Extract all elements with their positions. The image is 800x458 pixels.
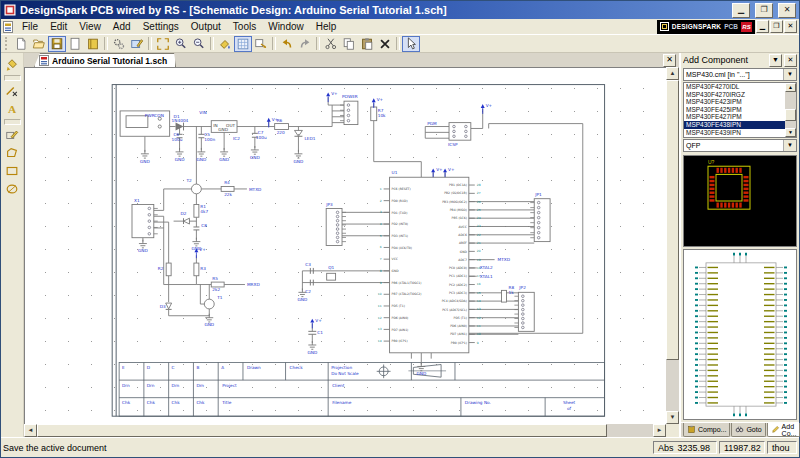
close-button[interactable]: ✕ bbox=[778, 3, 796, 18]
menu-edit[interactable]: Edit bbox=[44, 20, 73, 33]
menu-tools[interactable]: Tools bbox=[227, 20, 262, 33]
cut-button[interactable] bbox=[322, 36, 340, 52]
document-tab[interactable]: Arduino Serial Tutorial 1.sch bbox=[34, 53, 176, 67]
pin-name: PC5 (ADC5/SCL) bbox=[442, 308, 467, 312]
select-icon bbox=[404, 37, 418, 51]
pin-number: 13 bbox=[378, 327, 382, 331]
grid-button[interactable] bbox=[234, 36, 252, 52]
redo-button[interactable] bbox=[296, 36, 314, 52]
scroll-right-button[interactable]: ► bbox=[653, 424, 666, 437]
list-scroll-thumb[interactable] bbox=[785, 109, 796, 121]
new-button[interactable] bbox=[12, 36, 30, 52]
mdi-minimize-button[interactable]: ▁ bbox=[756, 20, 769, 33]
package-combo[interactable]: QFP ▼ bbox=[683, 139, 797, 152]
add-text-button[interactable]: A bbox=[3, 100, 22, 118]
doc-icon bbox=[68, 37, 82, 51]
paste-button[interactable] bbox=[358, 36, 376, 52]
horizontal-scroll-thumb[interactable] bbox=[37, 424, 607, 437]
zoom-out-button[interactable] bbox=[190, 36, 208, 52]
schematic-label: Drawing No. bbox=[465, 401, 491, 406]
add-rectangle-button[interactable] bbox=[3, 162, 22, 180]
schematic-canvas[interactable]: PWRCOND11N4004VINC6100uC5100nIC2INOUTGND… bbox=[24, 67, 666, 424]
vertical-scrollbar[interactable]: ▲ ▼ bbox=[666, 67, 679, 424]
pin-name: PD7 (AIN1) bbox=[392, 328, 409, 332]
library-combo-dropdown-icon[interactable]: ▼ bbox=[783, 69, 796, 80]
restore-button[interactable]: ❐ bbox=[755, 3, 773, 18]
select-mode-button[interactable] bbox=[402, 36, 420, 52]
schematic-label: A bbox=[221, 365, 224, 370]
zoom-in-button[interactable] bbox=[172, 36, 190, 52]
view-all-button[interactable] bbox=[154, 36, 172, 52]
pin-number: 4 bbox=[380, 222, 382, 226]
panel-header: Add Component ▼ ✕ bbox=[681, 53, 799, 67]
settings-button[interactable] bbox=[110, 36, 128, 52]
ellipse-icon bbox=[5, 182, 19, 196]
panel-tab-addco[interactable]: Add Co... bbox=[767, 423, 800, 437]
delete-segment-button[interactable] bbox=[3, 82, 22, 100]
panel-close-button[interactable]: ✕ bbox=[784, 54, 797, 67]
open-button[interactable] bbox=[30, 36, 48, 52]
horizontal-scrollbar[interactable]: ◄ ► bbox=[24, 424, 666, 437]
component-list-item[interactable]: MSP430FE425IPM bbox=[684, 106, 785, 114]
list-scroll-down-button[interactable]: ▼ bbox=[785, 128, 796, 137]
libraries-button[interactable] bbox=[84, 36, 102, 52]
component-list-item[interactable]: MSP430FE427IPM bbox=[684, 113, 785, 121]
close-document-button[interactable]: ✕ bbox=[663, 54, 676, 67]
library-combo[interactable]: MSP430.cml [in "..."] ▼ bbox=[683, 68, 797, 81]
copy-button[interactable] bbox=[340, 36, 358, 52]
menu-output[interactable]: Output bbox=[185, 20, 227, 33]
menu-view[interactable]: View bbox=[73, 20, 107, 33]
component-list-item[interactable]: MSP430FE439IPN bbox=[684, 129, 785, 137]
new-design-button[interactable] bbox=[66, 36, 84, 52]
component-list-scrollbar[interactable]: ▲ ▼ bbox=[785, 83, 796, 137]
component-list-item[interactable]: MSP430FE423IPM bbox=[684, 98, 785, 106]
menu-window[interactable]: Window bbox=[262, 20, 310, 33]
panel-menu-button[interactable]: ▼ bbox=[769, 54, 782, 67]
pin-name: PC4 (ADC4/SDA) bbox=[442, 299, 467, 303]
package-combo-dropdown-icon[interactable]: ▼ bbox=[783, 140, 796, 151]
list-scroll-up-button[interactable]: ▲ bbox=[785, 83, 796, 92]
scroll-left-button[interactable]: ◄ bbox=[24, 424, 37, 437]
undo-button[interactable] bbox=[278, 36, 296, 52]
add-ellipse-button[interactable] bbox=[3, 180, 22, 198]
schematic-label: C1 bbox=[317, 330, 323, 335]
edit-component-button[interactable] bbox=[128, 36, 146, 52]
paint-net-button[interactable] bbox=[3, 56, 22, 74]
schematic-label: Project bbox=[222, 383, 237, 388]
schematic-label: 100n bbox=[204, 137, 215, 142]
menu-settings[interactable]: Settings bbox=[137, 20, 185, 33]
schematic-label: U1 bbox=[392, 170, 398, 175]
schematic-label: Drn bbox=[122, 383, 130, 388]
jp2-header bbox=[514, 292, 534, 331]
menu-add[interactable]: Add bbox=[107, 20, 137, 33]
draw-shape-button[interactable] bbox=[3, 126, 22, 144]
component-list-item[interactable]: MSP430F4270IRGZ bbox=[684, 91, 785, 99]
save-button[interactable] bbox=[48, 36, 66, 52]
schematic-label: Projection bbox=[331, 365, 352, 370]
delete-button[interactable] bbox=[376, 36, 394, 52]
component-list-item[interactable]: MSP430F4270IDL bbox=[684, 83, 785, 91]
component-list-item[interactable]: MSP430FE438IPN bbox=[684, 121, 785, 129]
panel-tab-compo[interactable]: Compo... bbox=[683, 423, 730, 437]
document-icon[interactable] bbox=[3, 21, 14, 33]
coordinate-mode-cell: Abs 3235.98 bbox=[653, 441, 717, 454]
add-polygon-button[interactable] bbox=[3, 144, 22, 162]
toolbar-handle[interactable] bbox=[5, 37, 10, 50]
schematic-doc-icon bbox=[39, 55, 49, 66]
menu-file[interactable]: File bbox=[16, 20, 44, 33]
text-icon: A bbox=[5, 102, 19, 116]
translate-to-pcb-button[interactable] bbox=[252, 36, 270, 52]
menu-help[interactable]: Help bbox=[310, 20, 343, 33]
scroll-down-button[interactable]: ▼ bbox=[666, 411, 679, 424]
vplus-label: V+ bbox=[448, 167, 455, 172]
component-list[interactable]: MSP430F4270IDLMSP430F4270IRGZMSP430FE423… bbox=[683, 82, 797, 138]
vertical-scroll-thumb[interactable] bbox=[666, 80, 679, 360]
minimize-button[interactable]: ▁ bbox=[732, 3, 750, 18]
scroll-up-button[interactable]: ▲ bbox=[666, 67, 679, 80]
canvas-area: PWRCOND11N4004VINC6100uC5100nIC2INOUTGND… bbox=[24, 67, 679, 437]
panel-tab-goto[interactable]: Goto bbox=[731, 423, 765, 437]
mdi-close-button[interactable]: ✕ bbox=[784, 20, 797, 33]
color-fill-button[interactable] bbox=[216, 36, 234, 52]
toolbar-separator bbox=[148, 37, 152, 50]
mdi-restore-button[interactable]: ❐ bbox=[770, 20, 783, 33]
